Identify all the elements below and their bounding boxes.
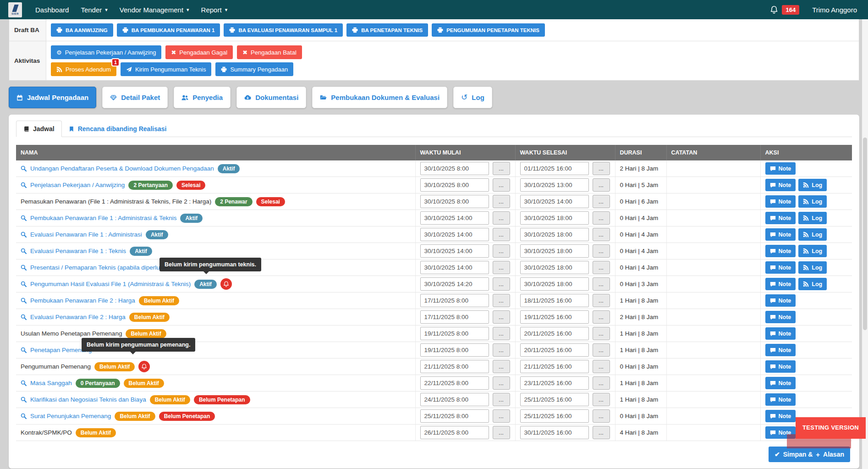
datepicker-button[interactable]: ... xyxy=(593,277,610,291)
datepicker-button[interactable]: ... xyxy=(493,277,510,291)
subtab-rencana-dibanding-realisasi[interactable]: Rencana dibanding Realisasi xyxy=(62,121,174,137)
app-logo[interactable]: SIER xyxy=(8,2,22,17)
nav-dashboard[interactable]: Dashboard xyxy=(29,0,75,19)
waktu-mulai-input[interactable] xyxy=(420,310,489,324)
aktivitas-summary-pengadaan-button[interactable]: Summary Pengadaan xyxy=(215,62,293,76)
waktu-mulai-input[interactable] xyxy=(420,162,489,175)
waktu-selesai-input[interactable] xyxy=(520,277,589,291)
tab-detail-paket[interactable]: Detail Paket xyxy=(102,87,168,108)
waktu-mulai-input[interactable] xyxy=(420,244,489,258)
note-button[interactable]: Note xyxy=(765,228,796,241)
waktu-mulai-input[interactable] xyxy=(420,277,489,291)
schedule-item-link[interactable]: Evaluasi Penawaran File 2 : Harga xyxy=(30,314,126,320)
waktu-selesai-input[interactable] xyxy=(520,393,589,406)
waktu-selesai-input[interactable] xyxy=(520,211,589,225)
note-button[interactable]: Note xyxy=(765,245,796,257)
tab-jadwal-pengadaan[interactable]: Jadwal Pengadaan xyxy=(9,87,96,108)
schedule-item-link[interactable]: Pembukaan Penawaran File 2 : Harga xyxy=(30,297,135,304)
datepicker-button[interactable]: ... xyxy=(493,261,510,274)
datepicker-button[interactable]: ... xyxy=(593,178,610,192)
schedule-item-link[interactable]: Surat Penunjukan Pemenang xyxy=(30,413,111,419)
draft-ba-ba-aanwijzing-button[interactable]: BA AANWIJZING xyxy=(51,23,113,37)
waktu-selesai-input[interactable] xyxy=(520,360,589,373)
schedule-item-link[interactable]: Pembukaan Penawaran File 1 : Administras… xyxy=(30,215,176,221)
datepicker-button[interactable]: ... xyxy=(493,343,510,357)
datepicker-button[interactable]: ... xyxy=(493,409,510,423)
waktu-mulai-input[interactable] xyxy=(420,343,489,357)
datepicker-button[interactable]: ... xyxy=(593,426,610,439)
waktu-mulai-input[interactable] xyxy=(420,211,489,225)
log-button[interactable]: Log xyxy=(798,245,827,257)
alert-bell-badge[interactable] xyxy=(138,361,150,372)
aktivitas-pengadaan-gagal-button[interactable]: ✖Pengadaan Gagal xyxy=(165,45,233,59)
schedule-item-link[interactable]: Evaluasi Penawaran File 1 : Teknis xyxy=(30,248,126,254)
note-button[interactable]: Note xyxy=(765,311,796,323)
note-button[interactable]: Note xyxy=(765,377,796,389)
datepicker-button[interactable]: ... xyxy=(593,393,610,406)
note-button[interactable]: Note xyxy=(765,294,796,307)
note-button[interactable]: Note xyxy=(765,195,796,208)
waktu-mulai-input[interactable] xyxy=(420,178,489,192)
datepicker-button[interactable]: ... xyxy=(593,211,610,225)
waktu-mulai-input[interactable] xyxy=(420,294,489,307)
note-button[interactable]: Note xyxy=(765,278,796,290)
user-menu[interactable]: Trimo Anggoro xyxy=(812,6,857,14)
waktu-selesai-input[interactable] xyxy=(520,178,589,192)
waktu-mulai-input[interactable] xyxy=(420,228,489,241)
waktu-mulai-input[interactable] xyxy=(420,327,489,340)
datepicker-button[interactable]: ... xyxy=(493,376,510,390)
tab-dokumentasi[interactable]: Dokumentasi xyxy=(236,87,306,108)
note-button[interactable]: Note xyxy=(765,162,796,175)
alert-bell-badge[interactable] xyxy=(220,278,232,290)
log-button[interactable]: Log xyxy=(798,179,827,191)
aktivitas-pengadaan-batal-button[interactable]: ✖Pengadaan Batal xyxy=(237,45,302,59)
waktu-selesai-input[interactable] xyxy=(520,376,589,390)
log-button[interactable]: Log xyxy=(798,212,827,224)
log-button[interactable]: Log xyxy=(798,278,827,290)
schedule-item-link[interactable]: Presentasi / Pemaparan Teknis (apabila d… xyxy=(30,264,174,271)
waktu-mulai-input[interactable] xyxy=(420,376,489,390)
datepicker-button[interactable]: ... xyxy=(493,327,510,340)
waktu-selesai-input[interactable] xyxy=(520,294,589,307)
waktu-mulai-input[interactable] xyxy=(420,261,489,274)
subtab-jadwal[interactable]: Jadwal xyxy=(16,121,62,137)
datepicker-button[interactable]: ... xyxy=(493,228,510,241)
scrollbar-thumb[interactable] xyxy=(863,138,867,330)
waktu-mulai-input[interactable] xyxy=(420,360,489,373)
note-button[interactable]: Note xyxy=(765,410,796,422)
datepicker-button[interactable]: ... xyxy=(593,162,610,175)
schedule-item-link[interactable]: Masa Sanggah xyxy=(30,380,72,386)
datepicker-button[interactable]: ... xyxy=(593,360,610,373)
schedule-item-link[interactable]: Undangan Pendaftaran Peserta & Download … xyxy=(30,165,214,172)
waktu-selesai-input[interactable] xyxy=(520,310,589,324)
datepicker-button[interactable]: ... xyxy=(493,294,510,307)
note-button[interactable]: Note xyxy=(765,179,796,191)
waktu-selesai-input[interactable] xyxy=(520,343,589,357)
waktu-selesai-input[interactable] xyxy=(520,162,589,175)
datepicker-button[interactable]: ... xyxy=(493,178,510,192)
tab-log[interactable]: ↺Log xyxy=(453,87,492,108)
draft-ba-ba-penetapan-teknis-button[interactable]: BA PENETAPAN TEKNIS xyxy=(346,23,428,37)
datepicker-button[interactable]: ... xyxy=(493,393,510,406)
datepicker-button[interactable]: ... xyxy=(593,261,610,274)
nav-vendor-management[interactable]: Vendor Management▾ xyxy=(114,0,195,19)
datepicker-button[interactable]: ... xyxy=(493,310,510,324)
note-button[interactable]: Note xyxy=(765,212,796,224)
datepicker-button[interactable]: ... xyxy=(593,310,610,324)
draft-ba-pengumuman-penetapan-teknis-button[interactable]: PENGUMUMAN PENETAPAN TEKNIS xyxy=(432,23,545,37)
waktu-selesai-input[interactable] xyxy=(520,261,589,274)
waktu-selesai-input[interactable] xyxy=(520,409,589,423)
log-button[interactable]: Log xyxy=(798,228,827,241)
datepicker-button[interactable]: ... xyxy=(593,343,610,357)
datepicker-button[interactable]: ... xyxy=(593,244,610,258)
note-button[interactable]: Note xyxy=(765,393,796,406)
note-button[interactable]: Note xyxy=(765,327,796,340)
datepicker-button[interactable]: ... xyxy=(593,376,610,390)
notification-count-badge[interactable]: 164 xyxy=(782,5,799,15)
datepicker-button[interactable]: ... xyxy=(493,211,510,225)
draft-ba-ba-pembukaan-penawaran-1-button[interactable]: BA PEMBUKAAN PENAWARAN 1 xyxy=(117,23,220,37)
notifications-button[interactable]: 164 xyxy=(770,5,799,15)
datepicker-button[interactable]: ... xyxy=(493,360,510,373)
aktivitas-proses-adendum-button[interactable]: Proses Adendum xyxy=(51,62,116,76)
note-button[interactable]: Note xyxy=(765,344,796,356)
